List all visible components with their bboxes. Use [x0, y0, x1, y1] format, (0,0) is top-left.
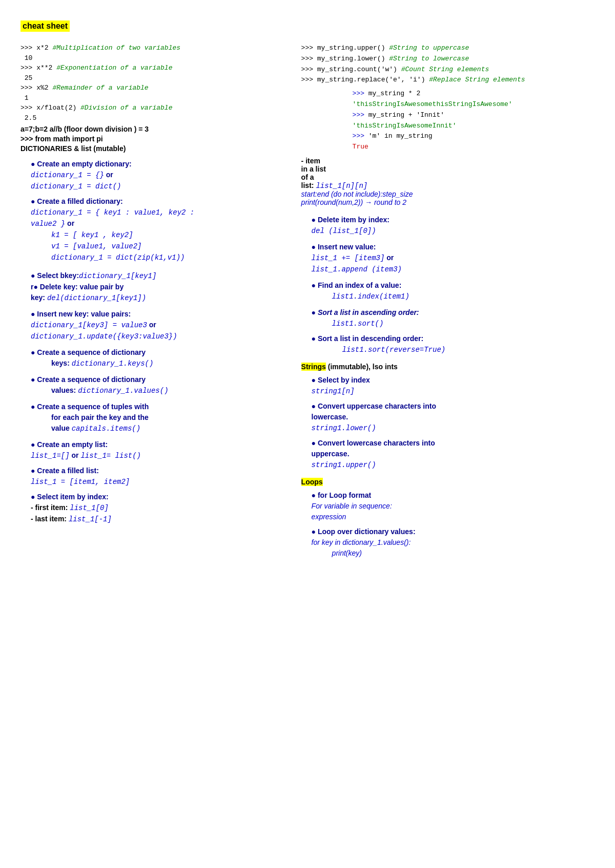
- bullet-filled-list: ● Create a filled list: list_1 = [item1,…: [31, 465, 286, 488]
- bullet-for-loop: ● for Loop format For variable in sequen…: [312, 490, 594, 522]
- code-line: 1: [20, 93, 286, 103]
- bullet-seq-values: ● Create a sequence of dictionary values…: [31, 374, 286, 396]
- strings-subheader: (immutable), lso ints: [328, 363, 398, 371]
- bullet-sort-asc: ● Sort a list in ascending order: list1.…: [312, 307, 594, 329]
- in-a-list: in a list: [301, 165, 326, 173]
- loops-header: Loops: [301, 478, 323, 486]
- page-container: cheat sheet >>> x*2 #Multiplication of t…: [20, 20, 594, 560]
- code-line: >>> x%2 #Remainder of a variable: [20, 83, 286, 93]
- item-list-info: - item in a list of a list: list_1[n][n]…: [301, 157, 594, 206]
- math-line1: a=7;b=2 a//b (floor down division ) = 3: [20, 125, 286, 133]
- strings-header: Strings: [301, 363, 326, 371]
- of-a: of a: [301, 173, 314, 181]
- bullet-select-item: ● Select item by index: - first item: li…: [31, 492, 286, 525]
- right-code-indented: >>> my_string * 2 'thisStringIsAwesometh…: [353, 89, 594, 153]
- bullet-select-index: ● Select by index string1[n]: [312, 375, 594, 397]
- code-line: 25: [20, 73, 286, 83]
- math-line3: DICTIONARIES & list (mutable): [20, 144, 286, 153]
- code-line: 10: [20, 53, 286, 63]
- bullet-seq-keys: ● Create a sequence of dictionary keys: …: [31, 347, 286, 369]
- item-label: - item: [301, 157, 320, 165]
- code-line: >>> x*2 #Multiplication of two variables: [20, 43, 286, 53]
- list-access: list_1[n][n]: [316, 182, 367, 190]
- bullet-delete-item: ● Delete item by index: del (list_1[0]): [312, 215, 594, 237]
- bullet-to-lower: ● Convert uppercase characters into lowe…: [312, 401, 594, 434]
- loops-section: Loops ● for Loop format For variable in …: [301, 478, 594, 559]
- code-line: 2.5: [20, 113, 286, 123]
- bullet-to-upper: ● Convert lowercase characters into uppe…: [312, 438, 594, 471]
- bullet-select-bkey: ● Select bkey:dictionary_1[key1] r● Dele…: [31, 270, 286, 304]
- list-ops-section: ● Delete item by index: del (list_1[0]) …: [301, 215, 594, 355]
- bullet-loop-dict-values: ● Loop over dictionary values: for key i…: [312, 526, 594, 559]
- slice-info: start:end (do not include):step_size: [301, 190, 413, 198]
- bullet-empty-list: ● Create an empty list: list_1=[] or lis…: [31, 439, 286, 461]
- list-label: list:: [301, 181, 314, 189]
- bullet-insert-value: ● Insert new value: list_1 += [item3] or…: [312, 242, 594, 275]
- math-section: a=7;b=2 a//b (floor down division ) = 3 …: [20, 125, 286, 153]
- round-info: print(round(num,2)) → round to 2: [301, 198, 406, 206]
- right-column: >>> my_string.upper() #String to upperca…: [296, 43, 594, 560]
- right-code-top: >>> my_string.upper() #String to upperca…: [301, 43, 594, 86]
- bullet-empty-dict: ● Create an empty dictionary: dictionary…: [31, 159, 286, 192]
- dict-section: ● Create an empty dictionary: dictionary…: [20, 159, 286, 525]
- bullet-insert-key: ● Insert new key: value pairs: dictionar…: [31, 309, 286, 342]
- bullet-find-index: ● Find an index of a value: list1.index(…: [312, 280, 594, 302]
- left-column: >>> x*2 #Multiplication of two variables…: [20, 43, 296, 560]
- bullet-filled-dict: ● Create a filled dictionary: dictionary…: [31, 196, 286, 263]
- math-line2: >>> from math import pi: [20, 135, 286, 143]
- strings-section: Strings (immutable), lso ints ● Select b…: [301, 363, 594, 471]
- code-line: >>> x/float(2) #Division of a variable: [20, 103, 286, 113]
- code-line: >>> x**2 #Exponentiation of a variable: [20, 63, 286, 73]
- bullet-seq-tuples: ● Create a sequence of tuples with for e…: [31, 401, 286, 434]
- bullet-sort-desc: ● Sort a list in descending order: list1…: [312, 333, 594, 355]
- code-block-math: >>> x*2 #Multiplication of two variables…: [20, 43, 286, 123]
- page-title: cheat sheet: [20, 20, 70, 32]
